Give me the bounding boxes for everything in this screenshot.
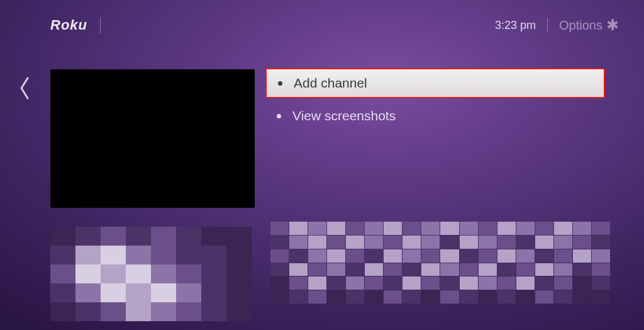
- menu-item-label: View screenshots: [292, 108, 396, 123]
- menu-item-view-screenshots[interactable]: View screenshots: [265, 102, 605, 130]
- roku-logo: Roku: [50, 17, 87, 33]
- options-label: Options: [559, 18, 602, 33]
- channel-thumbnail: [50, 69, 255, 208]
- thumbnail-redaction: [69, 101, 236, 154]
- header-divider: [547, 18, 548, 33]
- asterisk-icon: ✱: [606, 18, 619, 33]
- menu-item-label: Add channel: [294, 76, 367, 91]
- chevron-left-icon: [18, 76, 31, 101]
- logo-divider: [100, 17, 101, 33]
- back-button[interactable]: [18, 76, 31, 103]
- bullet-icon: [277, 114, 281, 118]
- header-bar: Roku 3:23 pm Options ✱: [0, 13, 644, 38]
- options-button[interactable]: Options ✱: [559, 18, 619, 33]
- redacted-title-area: [50, 227, 252, 321]
- menu-item-add-channel[interactable]: Add channel: [265, 68, 605, 98]
- clock-time: 3:23 pm: [495, 19, 536, 32]
- redacted-description-area: [270, 222, 610, 304]
- action-menu: Add channel View screenshots: [265, 68, 605, 134]
- bullet-icon: [278, 81, 282, 86]
